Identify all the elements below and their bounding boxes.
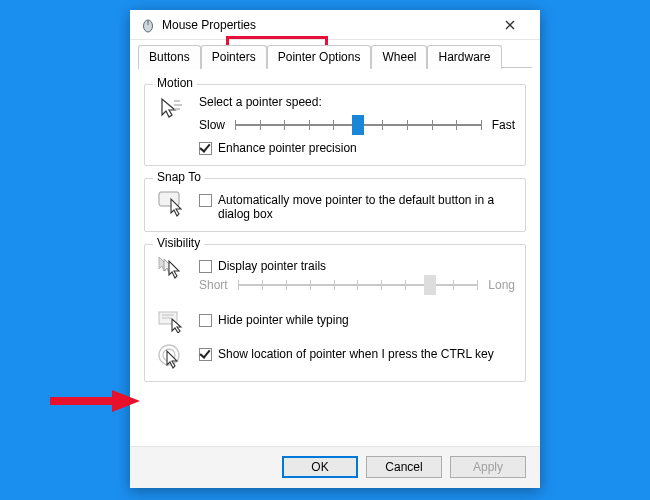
apply-button: Apply [450,456,526,478]
ok-button[interactable]: OK [282,456,358,478]
pointer-trails-slider [238,275,479,295]
group-snapto-legend: Snap To [153,170,205,184]
short-label: Short [199,278,228,292]
tab-wheel[interactable]: Wheel [371,45,427,69]
pointer-trails-icon [155,255,189,281]
tab-pointers[interactable]: Pointers [201,45,267,69]
window-title: Mouse Properties [162,18,488,32]
pointer-speed-icon [155,95,189,123]
enhance-precision-label: Enhance pointer precision [218,141,357,155]
titlebar: Mouse Properties [130,10,540,40]
ctrl-locate-checkbox[interactable] [199,348,212,361]
group-visibility: Visibility Display pointer trails [144,244,526,382]
group-visibility-legend: Visibility [153,236,204,250]
snap-to-checkbox[interactable] [199,194,212,207]
tab-pointer-options[interactable]: Pointer Options [267,45,372,69]
cancel-button[interactable]: Cancel [366,456,442,478]
ctrl-locate-label: Show location of pointer when I press th… [218,347,494,361]
fast-label: Fast [492,118,515,132]
tab-buttons[interactable]: Buttons [138,45,201,69]
annotation-arrow [40,388,140,414]
snap-to-label: Automatically move pointer to the defaul… [218,193,515,221]
snap-to-icon [155,189,189,217]
mouse-properties-window: Mouse Properties Buttons Pointers Pointe… [130,10,540,488]
group-snapto: Snap To Automatically move pointer to th… [144,178,526,232]
hide-pointer-label: Hide pointer while typing [218,313,349,327]
enhance-precision-checkbox[interactable] [199,142,212,155]
dialog-button-bar: OK Cancel Apply [130,446,540,488]
group-motion: Motion Select a pointer speed: Slow [144,84,526,166]
tab-bar: Buttons Pointers Pointer Options Wheel H… [130,40,540,68]
group-motion-legend: Motion [153,76,197,90]
mouse-icon [140,17,156,33]
hide-pointer-checkbox[interactable] [199,314,212,327]
tab-hardware[interactable]: Hardware [427,45,501,69]
close-button[interactable] [488,10,532,40]
pointer-speed-slider[interactable] [235,115,482,135]
slow-label: Slow [199,118,225,132]
long-label: Long [488,278,515,292]
pointer-trails-checkbox[interactable] [199,260,212,273]
hide-pointer-icon [155,309,189,333]
tab-content: Motion Select a pointer speed: Slow [130,68,540,394]
pointer-trails-label: Display pointer trails [218,259,326,273]
pointer-speed-label: Select a pointer speed: [199,95,515,109]
ctrl-locate-icon [155,343,189,371]
